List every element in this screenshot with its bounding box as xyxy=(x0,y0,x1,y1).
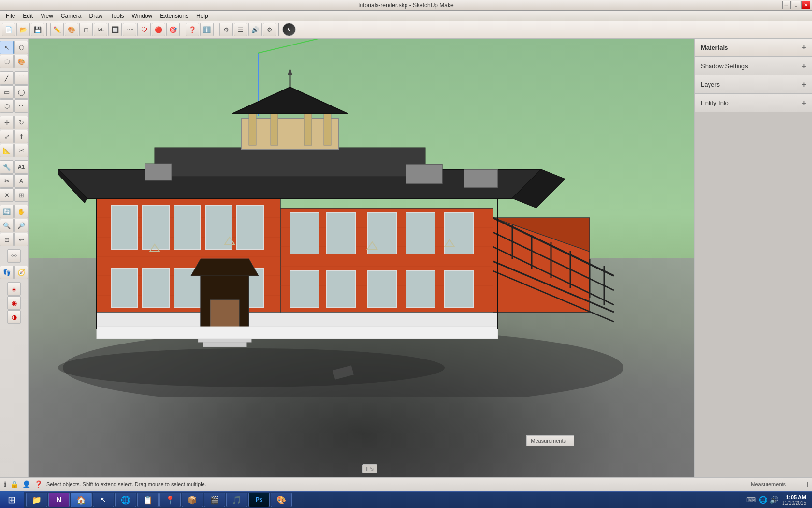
orbit-tool[interactable]: 🔄 xyxy=(0,205,14,218)
open-button[interactable]: 📂 xyxy=(16,23,30,36)
previous-view-tool[interactable]: ↩ xyxy=(14,233,28,246)
make-component-tool[interactable]: ⬡ xyxy=(0,55,14,68)
taskbar-app1[interactable]: 📋 xyxy=(137,493,159,507)
shadow-settings-panel[interactable]: Shadow Settings + xyxy=(695,57,812,75)
layers-expand-icon[interactable]: + xyxy=(802,80,806,89)
extra-tool-1[interactable]: ◈ xyxy=(7,282,21,296)
menu-extensions[interactable]: Extensions xyxy=(156,12,192,20)
zoom-extents-tool[interactable]: ⊡ xyxy=(0,233,14,246)
menu-view[interactable]: View xyxy=(37,12,57,20)
settings2-button[interactable]: ⚙ xyxy=(263,23,276,36)
vray-button[interactable]: V xyxy=(282,23,296,36)
status-user-icon[interactable]: 👤 xyxy=(22,480,30,488)
extra-tool-3[interactable]: ◑ xyxy=(7,310,21,324)
pencil-tool[interactable]: ✏️ xyxy=(50,23,64,36)
materials-panel-header[interactable]: Materials + xyxy=(695,39,812,57)
move-tool[interactable]: ✛ xyxy=(0,116,14,129)
shape-tool[interactable]: 🔲 xyxy=(108,23,122,36)
maximize-button[interactable]: □ xyxy=(792,1,800,9)
paint-tool[interactable]: 🎨 xyxy=(65,23,78,36)
polygon-tool[interactable]: ⬡ xyxy=(0,99,14,113)
svg-rect-2 xyxy=(97,310,498,329)
settings1-button[interactable]: ⚙ xyxy=(219,23,233,36)
materials-expand-icon[interactable]: + xyxy=(802,43,806,52)
walk2-tool[interactable]: 👣 xyxy=(0,266,14,279)
walk-tool[interactable]: 👁 xyxy=(7,249,21,263)
axes-tool[interactable]: ✕ xyxy=(0,188,14,202)
taskbar-explorer[interactable]: 📁 xyxy=(26,493,47,507)
taskbar-media[interactable]: 🎬 xyxy=(204,493,225,507)
status-help-icon[interactable]: ❓ xyxy=(34,480,43,488)
zoom-tool[interactable]: 🔍 xyxy=(0,219,14,232)
taskbar-store[interactable]: 📦 xyxy=(182,493,203,507)
offset-tool[interactable]: 📐 xyxy=(0,144,14,157)
taskbar-task[interactable]: ↖ xyxy=(93,493,114,507)
rotate-tool[interactable]: ↻ xyxy=(14,116,28,129)
tray-keyboard-icon[interactable]: ⌨ xyxy=(746,496,756,504)
entity-info-panel[interactable]: Entity Info + xyxy=(695,94,812,112)
push-pull-tool[interactable]: ⬆ xyxy=(14,130,28,143)
menu-draw[interactable]: Draw xyxy=(86,12,107,20)
minimize-button[interactable]: ─ xyxy=(782,1,791,9)
taskbar-photoshop[interactable]: Ps xyxy=(248,493,270,507)
sound-button[interactable]: 🔊 xyxy=(248,23,262,36)
tray-volume-icon[interactable]: 🔊 xyxy=(770,496,778,504)
shield-tool[interactable]: 🛡 xyxy=(137,23,151,36)
fd-tool[interactable]: f.d. xyxy=(94,23,107,36)
menu-camera[interactable]: Camera xyxy=(57,12,86,20)
new-button[interactable]: 📄 xyxy=(2,23,15,36)
grid-button[interactable]: ☰ xyxy=(234,23,247,36)
status-lock-icon[interactable]: 🔒 xyxy=(10,480,18,488)
status-info-icon[interactable]: ℹ xyxy=(4,480,6,488)
components-tool[interactable]: ⬡ xyxy=(14,41,28,54)
red-tool[interactable]: 🔴 xyxy=(152,23,165,36)
menu-tools[interactable]: Tools xyxy=(107,12,128,20)
svg-marker-52 xyxy=(288,68,292,75)
taskbar-maps[interactable]: 📍 xyxy=(160,493,181,507)
materials-label: Materials xyxy=(701,44,728,51)
section-plane-tool[interactable]: ⊞ xyxy=(14,188,28,202)
taskbar-sketchup[interactable]: 🏠 xyxy=(71,493,92,507)
scale-tool[interactable]: ⤢ xyxy=(0,130,14,143)
protractor-tool[interactable]: ✂ xyxy=(0,174,14,188)
svg-rect-19 xyxy=(237,206,263,249)
select-tool[interactable]: ↖ xyxy=(0,41,14,54)
info-button[interactable]: ℹ️ xyxy=(200,23,214,36)
circle-tool[interactable]: ◯ xyxy=(14,85,28,99)
arc-tool[interactable]: ⌒ xyxy=(14,71,28,85)
canvas-area[interactable]: Measurements IPs xyxy=(29,39,694,477)
zoom-window-tool[interactable]: 🔎 xyxy=(14,219,28,232)
dimension-tool[interactable]: A1 xyxy=(14,160,28,174)
menu-file[interactable]: File xyxy=(2,12,19,20)
entity-info-expand-icon[interactable]: + xyxy=(802,99,806,107)
freehand-tool[interactable]: 〰 xyxy=(14,99,28,113)
rectangle-tool[interactable]: ▭ xyxy=(0,85,14,99)
paint-bucket-tool[interactable]: 🎨 xyxy=(14,55,28,68)
start-button[interactable]: ⊞ xyxy=(0,491,24,508)
look-around-tool[interactable]: 🧭 xyxy=(14,266,28,279)
help-button[interactable]: ❓ xyxy=(186,23,199,36)
tape-measure-tool[interactable]: 🔧 xyxy=(0,160,14,174)
follow-me-tool[interactable]: ✂ xyxy=(14,144,28,157)
taskbar-chrome[interactable]: 🌐 xyxy=(115,493,136,507)
text-tool[interactable]: A xyxy=(14,174,28,188)
taskbar-onenote[interactable]: N xyxy=(48,493,70,507)
shadow-settings-expand-icon[interactable]: + xyxy=(802,62,806,71)
layers-panel[interactable]: Layers + xyxy=(695,75,812,94)
save-button[interactable]: 💾 xyxy=(31,23,44,36)
clock-area[interactable]: 1:05 AM 11/10/2015 xyxy=(782,494,806,506)
menu-help[interactable]: Help xyxy=(192,12,212,20)
extra-tool-2[interactable]: ◉ xyxy=(7,296,21,310)
close-button[interactable]: ✕ xyxy=(801,1,810,9)
pan-tool[interactable]: ✋ xyxy=(14,205,28,218)
menu-window[interactable]: Window xyxy=(128,12,157,20)
svg-rect-48 xyxy=(304,114,312,145)
taskbar-paint[interactable]: 🎨 xyxy=(271,493,292,507)
line-tool[interactable]: ╱ xyxy=(0,71,14,85)
target-tool[interactable]: 🎯 xyxy=(166,23,180,36)
taskbar-music[interactable]: 🎵 xyxy=(226,493,247,507)
eraser-tool[interactable]: ◻ xyxy=(79,23,93,36)
tray-network-icon[interactable]: 🌐 xyxy=(759,496,767,504)
wave-tool[interactable]: 〰 xyxy=(123,23,136,36)
menu-edit[interactable]: Edit xyxy=(19,12,37,20)
